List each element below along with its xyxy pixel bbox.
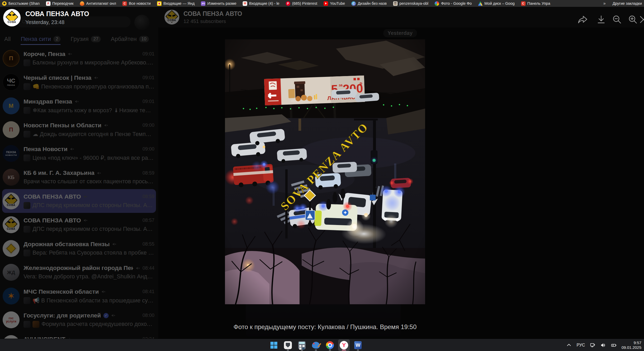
bookmark-item[interactable]: Фото - Google Фо [435,1,472,6]
bookmark-item[interactable]: Антиплагиат онл [80,1,116,6]
taskbar-clock[interactable]: 9:57 09.01.2025 [622,340,641,350]
bookmark-item[interactable]: Изменить разме [201,1,236,6]
forward-icon [577,14,588,25]
clock-time: 9:57 [622,340,641,345]
language-indicator[interactable]: РУС [577,343,585,348]
close-icon [638,14,644,25]
photo-caption: Фото к предыдущему посту: Кулакова / Пуш… [225,323,425,331]
battery-icon[interactable] [611,342,617,348]
favicon-stamp-icon [393,1,398,6]
favicon-yandex-mail-icon [157,1,162,6]
taskbar-word-app[interactable]: W [352,339,364,351]
favicon-pinterest-icon [286,1,290,6]
bookmark-item[interactable]: Бесстыжие (Shan [2,1,40,6]
zoom-in-icon [628,14,638,25]
accident-scene-photo: 5 за 200 ₽ ЛАНЧБАСКЕТ [225,39,425,304]
chrome-icon [326,341,334,349]
favicon-google-drive-icon [478,1,482,6]
clock-date: 09.01.2025 [622,345,641,350]
favicon-yellow-dot-icon [2,1,7,6]
bookmark-item[interactable]: YouTube [324,1,345,6]
other-bookmarks-button[interactable]: Другие закладки [613,1,642,6]
favicon-red-c-icon [521,1,526,6]
favicon-translator-icon [46,1,50,6]
bookmark-item[interactable]: Дизайн без назв [351,1,387,6]
windows-icon [270,342,277,349]
favicon-red-c-icon [122,1,127,6]
zoom-out-icon [612,14,622,25]
hidden-icons-chevron-icon[interactable] [566,342,572,348]
volume-icon[interactable] [600,342,606,348]
system-tray: РУС 9:57 09.01.2025 [566,339,641,351]
taskbar-yandex-browser-app[interactable]: Y [338,339,350,351]
bookmarks-bar: Бесстыжие (Shan Переводчик Антиплагиат о… [0,0,644,7]
start-button[interactable] [268,339,280,351]
word-icon: W [354,341,362,349]
favicon-jpg-icon [201,1,205,6]
bookmark-item[interactable]: (685) Pinterest [286,1,317,6]
favicon-youtube-icon [324,1,328,6]
shield-icon [284,341,292,349]
taskbar: Y W РУС 9:57 09.01.2025 [0,339,644,351]
taskbar-chrome-app[interactable] [324,339,336,351]
taskbar-paint-app[interactable] [310,339,322,351]
calculator-icon [298,341,306,349]
favicon-gmail-icon [243,1,247,6]
message-date: Yesterday, 23:48 [25,19,89,25]
taskbar-antivirus-app[interactable] [282,339,294,351]
sender-name: СОВА ПЕНЗА АВТО [25,10,89,18]
telegram-window: Search All Пенза сити2 Грузия27 Арбайтен… [0,7,644,339]
zoom-in-button[interactable] [628,14,638,25]
download-icon [596,14,606,25]
taskbar-calculator-app[interactable] [296,339,308,351]
bookmark-item[interactable]: Входящие — Янд [157,1,195,6]
forward-button[interactable] [577,14,588,25]
bookmark-item[interactable]: Панель Упра [521,1,550,6]
media-viewer: СОВА СОВА ПЕНЗА АВТО Yesterday, 23:48 [0,7,644,339]
favicon-canva-icon [351,1,356,6]
yandex-browser-icon: Y [340,341,348,349]
sender-avatar: СОВА [3,9,21,26]
bookmark-item[interactable]: Переводчик [46,1,73,6]
bookmark-item[interactable]: Все новости [122,1,151,6]
bookmark-item[interactable]: Входящие (4) - le [243,1,279,6]
paint-palette-icon [312,342,320,349]
favicon-flame-icon [80,1,84,6]
network-icon[interactable] [590,342,596,348]
bookmark-item[interactable]: Мой диск – Goog [478,1,514,6]
favicon-google-photos-icon [435,1,439,6]
viewed-photo[interactable]: 5 за 200 ₽ ЛАНЧБАСКЕТ [225,39,425,304]
zoom-out-button[interactable] [612,14,622,25]
viewer-sender-info[interactable]: СОВА СОВА ПЕНЗА АВТО Yesterday, 23:48 [3,9,89,26]
bookmark-item[interactable]: penzenskaya-obl [393,1,429,6]
download-button[interactable] [596,14,606,25]
close-button[interactable] [638,14,644,25]
bookmarks-overflow-chevron[interactable]: » [603,1,606,6]
desktop-screen: Бесстыжие (Shan Переводчик Антиплагиат о… [0,0,644,351]
